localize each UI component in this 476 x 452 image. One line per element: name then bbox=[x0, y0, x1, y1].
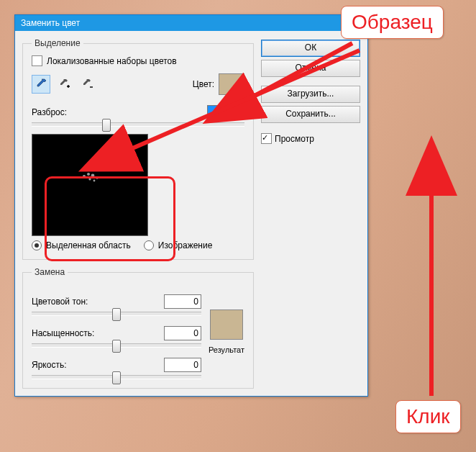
annotation-click-callout: Клик bbox=[395, 400, 461, 433]
eyedropper-plus-icon[interactable] bbox=[55, 75, 73, 94]
saturation-label: Насыщенность: bbox=[32, 328, 94, 338]
selection-group: Выделение Локализованные наборы цветов bbox=[22, 38, 254, 260]
load-button[interactable]: Загрузить... bbox=[261, 86, 360, 103]
selection-preview bbox=[32, 134, 148, 236]
replace-color-dialog: Заменить цвет Выделение Локализованные н… bbox=[14, 14, 368, 397]
cancel-button[interactable]: Отмена bbox=[261, 60, 360, 77]
lightness-input[interactable]: 0 bbox=[164, 358, 201, 372]
svg-point-4 bbox=[88, 178, 91, 180]
result-swatch[interactable] bbox=[210, 309, 243, 340]
dialog-title[interactable]: Заменить цвет bbox=[15, 15, 367, 31]
svg-point-3 bbox=[96, 176, 99, 179]
fuzziness-input[interactable]: 34 bbox=[207, 105, 244, 119]
color-label: Цвет: bbox=[193, 79, 214, 89]
hue-label: Цветовой тон: bbox=[32, 297, 88, 307]
replacement-group: Замена Цветовой тон: 0 Насыщенность: 0 bbox=[22, 267, 254, 389]
localized-colors-checkbox[interactable] bbox=[32, 55, 42, 66]
replacement-legend: Замена bbox=[32, 267, 68, 277]
preview-checkbox[interactable] bbox=[261, 133, 272, 144]
fuzziness-slider[interactable] bbox=[32, 122, 244, 127]
hue-slider[interactable] bbox=[32, 312, 201, 316]
annotation-sample-callout: Образец bbox=[341, 6, 444, 39]
svg-point-5 bbox=[93, 180, 96, 182]
svg-point-0 bbox=[83, 175, 86, 178]
hue-input[interactable]: 0 bbox=[164, 294, 201, 309]
eyedropper-icon[interactable] bbox=[32, 75, 50, 94]
ok-button[interactable]: ОК bbox=[261, 40, 360, 57]
color-swatch[interactable] bbox=[219, 73, 244, 95]
save-button[interactable]: Сохранить... bbox=[261, 106, 360, 123]
radio-image-label: Изображение bbox=[158, 240, 213, 250]
radio-selection[interactable]: Выделенная область bbox=[32, 240, 131, 250]
radio-selection-label: Выделенная область bbox=[46, 240, 131, 250]
saturation-input[interactable]: 0 bbox=[164, 326, 201, 340]
lightness-slider[interactable] bbox=[32, 375, 201, 379]
svg-point-1 bbox=[87, 173, 90, 176]
lightness-label: Яркость: bbox=[32, 360, 66, 370]
svg-point-2 bbox=[91, 174, 95, 178]
selection-legend: Выделение bbox=[32, 38, 83, 48]
radio-image[interactable]: Изображение bbox=[144, 240, 213, 250]
saturation-slider[interactable] bbox=[32, 343, 201, 348]
preview-label: Просмотр bbox=[275, 134, 314, 144]
eyedropper-minus-icon[interactable] bbox=[78, 75, 96, 94]
fuzziness-label: Разброс: bbox=[32, 107, 67, 117]
result-label: Результат bbox=[209, 345, 244, 354]
localized-colors-label: Локализованные наборы цветов bbox=[47, 56, 177, 66]
